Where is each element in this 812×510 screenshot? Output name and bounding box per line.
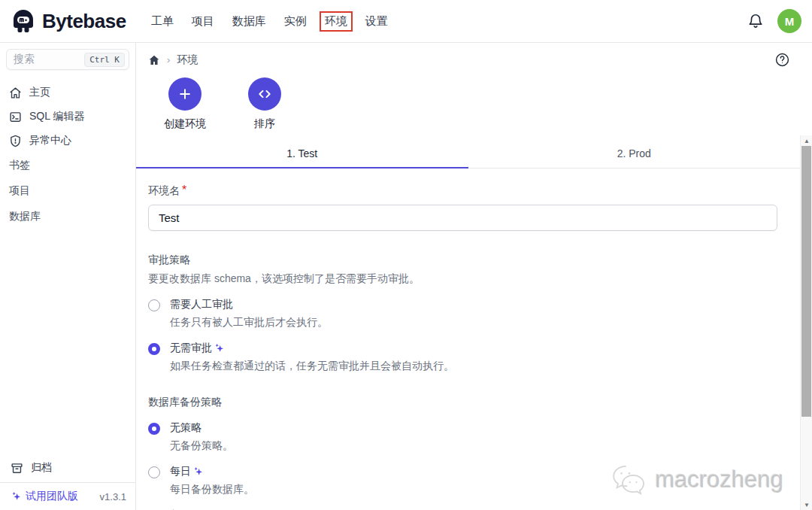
environment-tabs: 1. Test 2. Prod (136, 141, 800, 168)
sidebar-item-label: 异常中心 (29, 134, 71, 147)
breadcrumb-current: 环境 (177, 53, 198, 67)
version-label: v1.3.1 (100, 491, 126, 502)
notification-bell-icon[interactable] (747, 13, 764, 29)
navbar-right: M (747, 9, 801, 33)
nav-item-instances[interactable]: 实例 (279, 11, 312, 32)
sidebar-item-projects[interactable]: 项目 (0, 178, 135, 204)
scrollbar-thumb[interactable] (801, 146, 811, 417)
radio-description: 任务只有被人工审批后才会执行。 (170, 316, 328, 329)
environment-form: 环境名* 审批策略 要更改数据库 schema，该选项控制了是否需要手动审批。 … (136, 168, 812, 510)
sidebar-item-label: 主页 (29, 86, 50, 99)
plus-icon (168, 77, 201, 111)
home-breadcrumb-icon[interactable] (148, 54, 160, 66)
required-asterisk: * (182, 184, 186, 196)
sidebar-item-sql-editor[interactable]: SQL 编辑器 (0, 105, 135, 129)
tab-prod[interactable]: 2. Prod (468, 141, 801, 168)
nav-item-settings[interactable]: 设置 (360, 11, 393, 32)
search-input[interactable]: 搜索 Ctrl K (6, 49, 129, 70)
reorder-icon (248, 77, 281, 111)
search-placeholder: 搜索 (14, 53, 84, 66)
sidebar-item-label: SQL 编辑器 (29, 110, 84, 123)
radio-label: 每日 (170, 465, 191, 478)
radio-button-unchecked[interactable] (148, 466, 160, 478)
nav-item-databases[interactable]: 数据库 (227, 11, 271, 32)
reorder-button[interactable]: 排序 (248, 77, 281, 131)
sidebar-item-archive[interactable]: 归档 (0, 455, 135, 482)
main-menu: 工单 项目 数据库 实例 环境 设置 (146, 11, 393, 32)
bytebase-logo[interactable]: Bytebase (11, 9, 126, 33)
create-environment-button[interactable]: 创建环境 (164, 77, 206, 131)
approval-policy-group: 需要人工审批 任务只有被人工审批后才会执行。 无需审批 (148, 298, 777, 373)
sidebar-item-bookmarks[interactable]: 书签 (0, 153, 135, 178)
approval-policy-label: 审批策略 (148, 253, 777, 267)
action-label: 创建环境 (164, 117, 206, 131)
shield-alert-icon (9, 135, 22, 147)
breadcrumb: › 环境 (148, 53, 198, 67)
plan-link[interactable]: 试用团队版 (9, 490, 78, 503)
radio-description: 无备份策略。 (170, 439, 233, 453)
sidebar-item-databases[interactable]: 数据库 (0, 204, 135, 229)
approval-policy-description: 要更改数据库 schema，该选项控制了是否需要手动审批。 (148, 272, 777, 286)
actions-row: 创建环境 排序 (136, 71, 812, 131)
main-header: › 环境 (136, 43, 812, 71)
backup-policy-label: 数据库备份策略 (148, 396, 777, 409)
radio-button-checked[interactable] (148, 343, 160, 355)
bytebase-logo-icon (11, 9, 36, 33)
scroll-up-arrow-icon[interactable]: ▲ (801, 135, 812, 146)
premium-sparkles-icon (192, 466, 205, 478)
nav-item-environments[interactable]: 环境 (320, 11, 353, 32)
search-shortcut-badge: Ctrl K (84, 53, 125, 67)
sidebar-spacer (0, 229, 135, 455)
sidebar-item-home[interactable]: 主页 (0, 80, 135, 105)
scroll-down-arrow-icon[interactable]: ▼ (801, 499, 812, 510)
radio-button-checked[interactable] (148, 423, 160, 435)
premium-sparkles-icon (214, 342, 226, 354)
user-avatar[interactable]: M (777, 9, 801, 33)
archive-icon (11, 462, 23, 475)
nav-item-projects[interactable]: 项目 (186, 11, 220, 32)
tab-test[interactable]: 1. Test (136, 141, 468, 168)
help-icon[interactable] (775, 53, 789, 67)
top-navbar: Bytebase 工单 项目 数据库 实例 环境 设置 M (0, 0, 812, 43)
radio-label: 需要人工审批 (170, 298, 328, 311)
sidebar: 搜索 Ctrl K 主页 SQL 编辑器 异常中心 书签 项目 数据库 (0, 43, 136, 510)
main-content: › 环境 创建环境 排序 1 (136, 43, 812, 510)
sidebar-footer: 试用团队版 v1.3.1 (0, 482, 135, 510)
vertical-scrollbar[interactable]: ▲ ▼ (800, 135, 812, 510)
nav-item-issues[interactable]: 工单 (146, 11, 179, 32)
archive-label: 归档 (31, 461, 52, 475)
env-name-label: 环境名 (148, 184, 180, 196)
radio-description: 每日备份数据库。 (170, 483, 254, 496)
action-label: 排序 (254, 117, 275, 131)
radio-label: 无需审批 (170, 342, 212, 355)
breadcrumb-separator: › (167, 54, 170, 65)
brand-name: Bytebase (42, 10, 126, 33)
env-name-input[interactable] (148, 205, 777, 231)
radio-no-backup-policy[interactable]: 无策略 无备份策略。 (148, 421, 777, 453)
radio-description: 如果任务检查都通过的话，任务无需审批并且会被自动执行。 (170, 360, 454, 373)
radio-button-unchecked[interactable] (148, 299, 160, 311)
radio-manual-approval[interactable]: 需要人工审批 任务只有被人工审批后才会执行。 (148, 298, 777, 329)
radio-daily-backup[interactable]: 每日 每日备份数据库。 (148, 465, 777, 496)
plan-label: 试用团队版 (26, 490, 78, 503)
terminal-icon (9, 111, 22, 123)
home-icon (9, 87, 22, 99)
sparkles-icon (11, 490, 23, 502)
backup-policy-group: 无策略 无备份策略。 每日 每日备份数据库 (148, 421, 777, 510)
radio-no-approval[interactable]: 无需审批 如果任务检查都通过的话，任务无需审批并且会被自动执行。 (148, 342, 777, 373)
radio-label: 无策略 (170, 421, 233, 435)
sidebar-item-anomaly-center[interactable]: 异常中心 (0, 129, 135, 153)
